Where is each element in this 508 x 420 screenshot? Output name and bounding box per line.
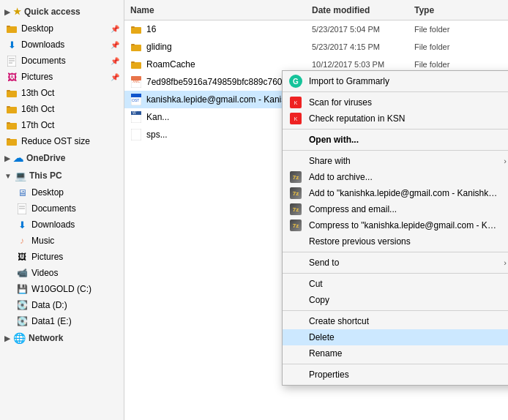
ost-icon: OST (130, 94, 142, 105)
menu-separator (283, 150, 508, 151)
sidebar-item-reduce-ost[interactable]: Reduce OST size (0, 133, 124, 149)
sidebar-item-d-drive[interactable]: 💽 Data (D:) (0, 297, 124, 313)
submenu-arrow-icon: › (504, 258, 507, 267)
sidebar: ▶ ★ Quick access Desktop 📌 ⬇ Downloads 📌… (0, 0, 124, 420)
desktop-icon: 🖥 (16, 187, 28, 198)
menu-item-open-with[interactable]: Open with... (283, 132, 508, 148)
menu-separator (283, 364, 508, 364)
file-name: RoamCache (146, 59, 312, 70)
svg-rect-10 (7, 106, 10, 108)
menu-separator (283, 252, 508, 252)
drive-icon: 💽 (16, 315, 28, 327)
file-date: 5/23/2017 4:15 PM (312, 42, 414, 51)
menu-item-scan-viruses[interactable]: K Scan for viruses (283, 94, 508, 110)
pictures-icon: 🖼 (6, 71, 18, 83)
menu-separator (283, 273, 508, 274)
sidebar-item-desktop-pc[interactable]: 🖥 Desktop (0, 184, 124, 200)
menu-item-label: Share with (309, 156, 351, 166)
file-type: File folder (414, 60, 502, 69)
sidebar-item-downloads-pc[interactable]: ⬇ Downloads (0, 217, 124, 233)
onedrive-header[interactable]: ▶ ☁ OneDrive (0, 149, 124, 167)
menu-item-label: Compress and email... (309, 204, 397, 214)
sidebar-item-label: 16th Oct (21, 104, 54, 114)
sidebar-item-music[interactable]: ♪ Music (0, 233, 124, 249)
menu-item-copy[interactable]: Copy (283, 292, 508, 308)
kaspersky-red-icon: K (288, 95, 303, 110)
sidebar-item-label: Data (D:) (31, 300, 67, 310)
menu-separator (283, 129, 508, 130)
menu-item-add-rar[interactable]: 7z Add to "kanishka.lepide@gmail.com - K… (283, 185, 508, 201)
menu-item-label: Rename (309, 348, 342, 359)
drive-icon: 💽 (16, 299, 28, 311)
onedrive-label: OneDrive (26, 153, 65, 163)
file-row[interactable]: gliding 5/23/2017 4:15 PM File folder (124, 38, 508, 56)
menu-item-check-reputation[interactable]: K Check reputation in KSN (283, 110, 508, 127)
sevenzip-icon: 7z (288, 202, 303, 217)
sidebar-item-label: Data1 (E:) (31, 316, 72, 326)
svg-text:OST: OST (132, 98, 139, 102)
sidebar-item-label: Desktop (31, 187, 64, 198)
menu-item-properties[interactable]: Properties (283, 367, 508, 383)
download-icon: ⬇ (6, 39, 18, 50)
header-type: Type (414, 5, 502, 15)
thispc-header[interactable]: ▼ 💻 This PC (0, 167, 124, 184)
svg-rect-18 (131, 27, 141, 34)
documents-icon (6, 55, 18, 67)
sidebar-item-17oct[interactable]: 17th Oct (0, 117, 124, 133)
header-date: Date modified (312, 5, 414, 15)
sidebar-item-pictures-pc[interactable]: 🖼 Pictures (0, 249, 124, 265)
sidebar-item-label: Music (31, 236, 54, 246)
submenu-arrow-icon: › (504, 157, 507, 165)
sidebar-item-e-drive[interactable]: 💽 Data1 (E:) (0, 313, 124, 329)
menu-item-label: Scan for viruses (309, 97, 372, 108)
menu-item-label: Cut (309, 279, 323, 289)
file-list-header: Name Date modified Type (124, 0, 508, 20)
menu-item-grammarly[interactable]: G Import to Grammarly (283, 73, 508, 89)
menu-item-label: Import to Grammarly (309, 76, 389, 86)
menu-item-label: Properties (309, 370, 349, 380)
sidebar-item-label: Documents (31, 203, 76, 214)
menu-item-restore[interactable]: Restore previous versions (283, 233, 508, 250)
menu-item-compress-email[interactable]: 7z Compress and email... (283, 201, 508, 217)
sidebar-item-pictures-qa[interactable]: 🖼 Pictures 📌 (0, 69, 124, 85)
sidebar-item-desktop-qa[interactable]: Desktop 📌 (0, 20, 124, 37)
menu-item-rename[interactable]: Rename (283, 345, 508, 361)
menu-item-create-shortcut[interactable]: Create shortcut (283, 313, 508, 329)
folder-icon (6, 119, 18, 131)
quick-access-header[interactable]: ▶ ★ Quick access (0, 3, 124, 20)
menu-item-label: Send to (309, 258, 339, 268)
svg-rect-13 (7, 139, 17, 146)
menu-separator (283, 91, 508, 92)
sidebar-item-label: 13th Oct (21, 88, 54, 98)
menu-item-compress-rar-email[interactable]: 7z Compress to "kanishka.lepide@gmail.co… (283, 217, 508, 233)
svg-rect-7 (7, 91, 17, 97)
sidebar-item-label: Pictures (31, 252, 63, 262)
sidebar-item-13oct[interactable]: 13th Oct (0, 85, 124, 101)
sidebar-item-label: 17th Oct (21, 120, 54, 130)
sidebar-item-label: Reduce OST size (21, 136, 90, 146)
sidebar-item-downloads-qa[interactable]: ⬇ Downloads 📌 (0, 37, 124, 53)
network-icon: 🌐 (13, 332, 26, 344)
main-content: Name Date modified Type 16 5/23/2017 5:0… (124, 0, 508, 420)
menu-separator (283, 310, 508, 311)
menu-item-add-archive[interactable]: 7z Add to archive... (283, 169, 508, 185)
sidebar-item-label: Pictures (21, 72, 53, 82)
sidebar-item-videos[interactable]: 📹 Videos (0, 265, 124, 281)
pin-icon: 📌 (111, 41, 119, 49)
file-date: 5/23/2017 5:04 PM (312, 25, 414, 34)
sidebar-item-documents-qa[interactable]: Documents 📌 (0, 53, 124, 69)
sidebar-item-label: Documents (21, 56, 66, 66)
file-row[interactable]: 16 5/23/2017 5:04 PM File folder (124, 20, 508, 38)
menu-item-share-with[interactable]: Share with › (283, 153, 508, 169)
sidebar-item-16oct[interactable]: 16th Oct (0, 101, 124, 117)
menu-item-delete[interactable]: Delete (283, 329, 508, 345)
menu-item-cut[interactable]: Cut (283, 276, 508, 292)
pin-icon: 📌 (111, 57, 119, 65)
grammarly-icon: G (288, 74, 303, 89)
sidebar-item-c-drive[interactable]: 💾 W10GOLD (C:) (0, 281, 124, 297)
menu-item-send-to[interactable]: Send to › (283, 255, 508, 271)
network-header[interactable]: ▶ 🌐 Network (0, 329, 124, 347)
menu-item-label: Delete (309, 332, 335, 342)
sidebar-item-documents-pc[interactable]: Documents (0, 200, 124, 217)
svg-rect-21 (131, 44, 135, 45)
